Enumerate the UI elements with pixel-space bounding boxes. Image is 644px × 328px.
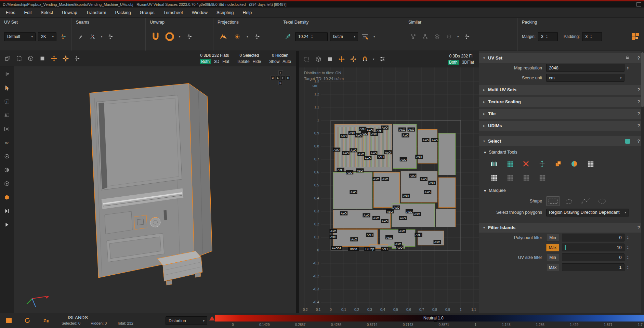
polycount-min-chip[interactable]: Min — [546, 234, 559, 241]
help-button[interactable]: ? — [638, 139, 640, 144]
x2-icon[interactable]: x2 — [2, 137, 12, 148]
menu-transform[interactable]: Transform — [82, 8, 111, 17]
bracket-dot-icon[interactable] — [2, 124, 12, 134]
spinner-arrows[interactable]: ▲▼ — [627, 255, 629, 260]
pie-icon[interactable] — [568, 158, 581, 169]
seams-dropdown[interactable]: ▾ — [100, 35, 104, 38]
grid-bright-icon[interactable] — [487, 172, 500, 183]
eyedropper-icon[interactable] — [283, 32, 293, 41]
spinner-arrows[interactable]: ▲▼ — [627, 66, 629, 70]
uvset-preset-select[interactable]: Default▾ — [4, 32, 36, 41]
mode-flat-button[interactable]: Flat — [222, 59, 229, 64]
similar-dropdown[interactable]: ▾ — [456, 35, 460, 38]
viewcube-left[interactable]: L — [276, 76, 280, 80]
hexagon-icon[interactable] — [2, 192, 12, 202]
menu-packing[interactable]: Packing — [111, 8, 135, 17]
projections-dropdown[interactable]: ▾ — [246, 35, 249, 38]
uvsize-max-chip[interactable]: Max — [546, 264, 559, 271]
section-multi-uv-sets[interactable]: ▸ Multi UV Sets ? — [479, 85, 644, 95]
uv-canvas[interactable]: 1.31.21.110.90.80.70.60.50.40.30.20.10-0… — [299, 67, 479, 313]
pack-icon[interactable] — [630, 31, 641, 42]
squares-pair-icon[interactable] — [3, 54, 12, 63]
circle-dot-icon[interactable] — [2, 151, 12, 161]
shape-lasso-icon[interactable] — [563, 196, 576, 206]
play-icon[interactable] — [2, 220, 12, 230]
x-red-icon[interactable] — [520, 158, 533, 169]
move-icon[interactable] — [49, 54, 59, 63]
cube-icon[interactable] — [314, 54, 323, 64]
uvsize-min-chip[interactable]: Min — [546, 254, 559, 261]
td-pick-icon[interactable]: TD — [360, 32, 370, 41]
hide-button[interactable]: Hide — [253, 59, 261, 64]
similar-options-icon[interactable] — [462, 32, 472, 41]
cursor-icon[interactable] — [2, 83, 12, 93]
menu-help[interactable]: Help — [238, 8, 257, 17]
grid-dim-icon[interactable] — [536, 172, 549, 183]
nodes2-icon[interactable] — [420, 32, 430, 41]
uvsize-max-field[interactable]: 1 — [562, 263, 625, 271]
scissors-icon[interactable] — [88, 32, 97, 41]
t-box-icon[interactable]: T — [2, 96, 12, 107]
texel-unit-select[interactable]: tx/cm▾ — [330, 32, 358, 41]
varrow-icon[interactable] — [536, 158, 549, 169]
isolate-button[interactable]: Isolate — [237, 59, 249, 64]
3d-canvas[interactable]: T B L F R B — [14, 66, 296, 313]
scene-unit-select[interactable]: cm▾ — [546, 74, 625, 82]
cube-small-icon[interactable] — [2, 179, 12, 189]
texel-density-input[interactable]: 10.24▲▼ — [295, 32, 328, 41]
shape-poly-icon[interactable] — [579, 196, 593, 206]
layers-icon[interactable] — [432, 32, 442, 41]
auto-button[interactable]: Auto — [282, 59, 291, 64]
unwrap-o-icon[interactable] — [164, 31, 175, 42]
select-mode-icon[interactable] — [625, 139, 630, 144]
viewcube-top[interactable]: T — [278, 70, 283, 75]
panel-scrollbar[interactable] — [641, 51, 644, 313]
square-filled-icon[interactable] — [38, 54, 47, 63]
squares-orange-icon[interactable] — [552, 158, 565, 169]
projections-options-icon[interactable] — [252, 31, 263, 42]
step-icon[interactable] — [2, 206, 12, 216]
scrollbar-thumb[interactable] — [641, 52, 644, 107]
magnet-dropdown[interactable]: ▾ — [372, 57, 376, 61]
nodes-icon[interactable] — [408, 32, 418, 41]
swatch-icon[interactable] — [5, 316, 13, 325]
padding-input[interactable]: 3▲▼ — [582, 32, 602, 41]
bars-icon[interactable] — [487, 158, 500, 169]
polycount-max-slider[interactable]: 10 — [562, 244, 625, 251]
uvset-size-select[interactable]: 2K▾ — [38, 32, 56, 41]
viewcube-right[interactable]: R — [286, 76, 290, 80]
unwrap-dropdown[interactable]: ▾ — [178, 35, 182, 38]
margin-input[interactable]: 3▲▼ — [538, 32, 558, 41]
polycount-max-chip[interactable]: Max — [546, 244, 559, 251]
grid-teal-icon[interactable] — [503, 158, 516, 169]
distortion-select[interactable]: Distortion▾ — [166, 316, 207, 325]
uvset-options-icon[interactable] — [59, 32, 68, 41]
region-drawing-select[interactable]: Region Drawing Direction Dependant▾ — [546, 209, 629, 217]
menu-select[interactable]: Select — [36, 8, 57, 17]
subsection-marquee[interactable]: ▾ Marquee — [479, 186, 644, 195]
spinner-arrows[interactable]: ▲▼ — [627, 265, 629, 270]
menu-window[interactable]: Window — [187, 8, 212, 17]
marquee-square-icon[interactable] — [14, 54, 24, 63]
uv-mode-rest-button[interactable]: 3DFlat — [462, 60, 474, 65]
subsection-standard-tools[interactable]: ▾ Standard Tools — [479, 147, 644, 157]
help-button[interactable]: ? — [638, 123, 640, 128]
half-sphere-icon[interactable] — [2, 165, 12, 175]
move2-icon[interactable] — [349, 54, 358, 64]
viewcube-front[interactable]: F — [281, 76, 285, 80]
help-button[interactable]: ? — [638, 87, 640, 92]
grid-dim-icon[interactable] — [503, 172, 516, 183]
show-button[interactable]: Show — [269, 59, 279, 64]
maximize-button[interactable] — [636, 2, 641, 6]
lock-icon[interactable] — [625, 55, 630, 61]
seams-options-icon[interactable] — [106, 32, 116, 41]
z-icon[interactable]: Z — [42, 316, 50, 325]
menu-trimsheet[interactable]: Trimsheet — [159, 8, 187, 17]
spinner-arrows[interactable]: ▲▼ — [627, 236, 629, 240]
help-button[interactable]: ? — [638, 111, 640, 116]
section-udims[interactable]: ▸ UDIMs ? — [479, 121, 644, 131]
mode-3d-button[interactable]: 3D — [214, 59, 219, 64]
viewport-divider[interactable] — [296, 51, 299, 313]
menu-edit[interactable]: Edit — [19, 8, 36, 17]
sliders-icon[interactable] — [378, 54, 387, 64]
